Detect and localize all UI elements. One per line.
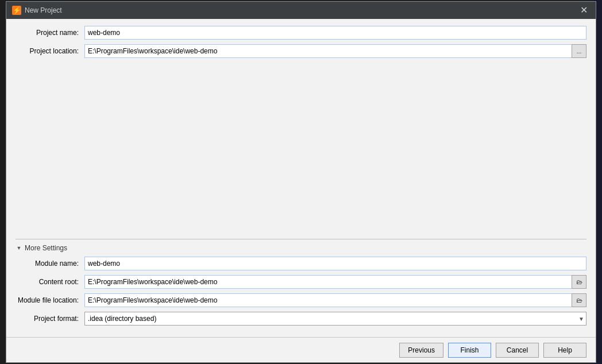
previous-button[interactable]: Previous	[399, 343, 443, 358]
content-root-row: Content root: 🗁	[16, 275, 586, 289]
more-settings-section: ▼ More Settings Module name: Content roo…	[16, 239, 586, 330]
dialog-body: Project name: Project location: ... ▼ Mo…	[6, 19, 596, 337]
project-format-select[interactable]: .idea (directory based)	[84, 312, 586, 326]
app-icon: ⚡	[12, 6, 21, 15]
content-root-input[interactable]	[84, 275, 572, 289]
project-name-input[interactable]	[84, 26, 586, 40]
project-location-input[interactable]	[84, 44, 572, 58]
project-format-label: Project format:	[16, 315, 84, 323]
content-root-browse-button[interactable]: 🗁	[572, 275, 586, 289]
project-location-label: Project location:	[16, 47, 84, 55]
content-root-field-group: 🗁	[84, 275, 586, 289]
more-settings-header[interactable]: ▼ More Settings	[16, 244, 586, 252]
help-button[interactable]: Help	[543, 343, 586, 358]
project-location-row: Project location: ...	[16, 44, 586, 58]
module-file-location-field-group: 🗁	[84, 293, 586, 307]
module-name-row: Module name:	[16, 257, 586, 270]
project-location-field-group: ...	[84, 44, 586, 58]
finish-button[interactable]: Finish	[448, 343, 491, 358]
spacer	[16, 63, 586, 239]
bottom-bar: Previous Finish Cancel Help	[6, 337, 596, 362]
project-name-label: Project name:	[16, 29, 84, 37]
project-format-select-wrapper: .idea (directory based) ▼	[84, 312, 586, 326]
module-file-location-input[interactable]	[84, 293, 572, 307]
cancel-button[interactable]: Cancel	[496, 343, 539, 358]
content-root-label: Content root:	[16, 278, 84, 286]
title-bar-left: ⚡ New Project	[12, 6, 62, 15]
module-file-location-browse-button[interactable]: 🗁	[572, 293, 586, 307]
more-settings-toggle-icon: ▼	[16, 245, 22, 251]
module-file-location-label: Module file location:	[16, 296, 84, 304]
module-name-input[interactable]	[84, 257, 586, 270]
more-settings-content: Module name: Content root: 🗁 Module file…	[16, 257, 586, 326]
title-bar: ⚡ New Project ✕	[6, 2, 596, 19]
more-settings-label: More Settings	[25, 244, 67, 252]
project-format-row: Project format: .idea (directory based) …	[16, 312, 586, 326]
project-location-browse-button[interactable]: ...	[572, 44, 586, 58]
project-name-row: Project name:	[16, 26, 586, 40]
module-file-location-row: Module file location: 🗁	[16, 293, 586, 307]
module-name-label: Module name:	[16, 260, 84, 268]
new-project-dialog: ⚡ New Project ✕ Project name: Project lo…	[6, 1, 596, 363]
dialog-title: New Project	[25, 6, 62, 14]
close-button[interactable]: ✕	[578, 6, 590, 15]
